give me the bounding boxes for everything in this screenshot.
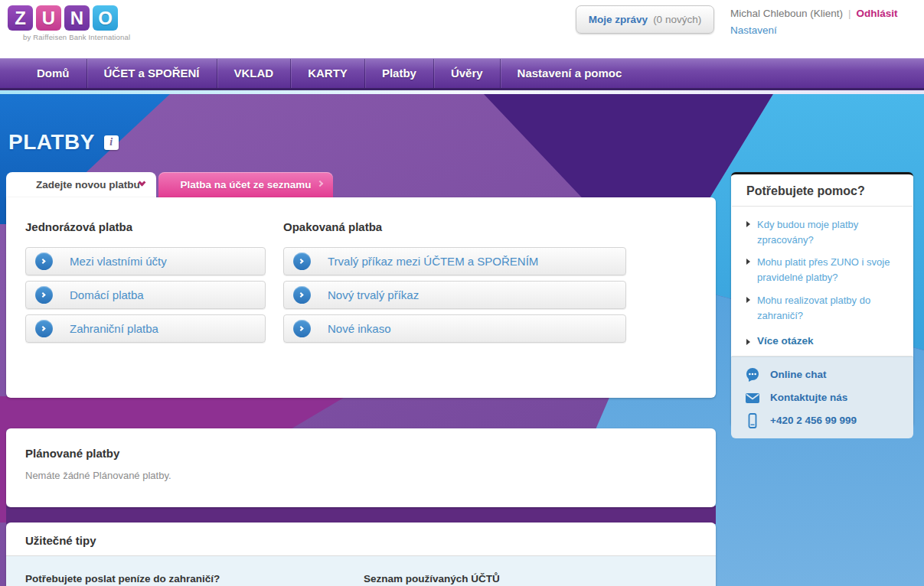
- tab-platba-na-ucet-ze-seznamu[interactable]: Platba na účet ze seznamu: [158, 172, 333, 197]
- button-label: Nové inkaso: [328, 322, 391, 335]
- arrow-circle-icon: [293, 320, 311, 337]
- nav-item-vklad[interactable]: VKLAD: [217, 59, 291, 88]
- header: Z U N O by Raiffeisen Bank International…: [0, 0, 924, 58]
- button-nove-inkaso[interactable]: Nové inkaso: [283, 314, 626, 343]
- page-title-text: PLATBY: [8, 130, 95, 155]
- button-domaci-platba[interactable]: Domácí platba: [25, 281, 266, 309]
- chevron-right-icon: [299, 292, 304, 298]
- zuno-logo[interactable]: Z U N O by Raiffeisen Bank International: [8, 5, 130, 41]
- help-links: Kdy budou moje platby zpracovány? Mohu p…: [731, 207, 913, 356]
- arrow-circle-icon: [35, 286, 53, 304]
- column-heading: Jednorázová platba: [25, 220, 266, 233]
- user-separator: |: [848, 8, 851, 19]
- button-mezi-vlastnimi-ucty[interactable]: Mezi vlastními účty: [25, 247, 266, 275]
- tab-zadejte-novou-platbu[interactable]: Zadejte novou platbu: [6, 172, 156, 197]
- planned-payments-empty-text: Nemáte žádné Plánované platby.: [25, 470, 697, 481]
- one-time-payment-column: Jednorázová platba Mezi vlastními účty D…: [25, 220, 266, 348]
- help-link-platby-do-zahranici[interactable]: Mohu realizovat platby do zahraničí?: [746, 293, 900, 324]
- chevron-right-icon: [299, 259, 304, 264]
- nav-item-ucet-a-sporeni[interactable]: ÚČET a SPOŘENÍ: [87, 59, 217, 88]
- page: Z U N O by Raiffeisen Bank International…: [0, 0, 924, 586]
- settings-link[interactable]: Nastavení: [730, 24, 777, 36]
- logo-tile-u: U: [36, 5, 61, 31]
- page-title: PLATBY i: [8, 130, 119, 155]
- contact-label: Kontaktujte nás: [770, 392, 847, 403]
- user-name: Michal Chleboun (Klient): [730, 8, 843, 19]
- messages-count: (0 nových): [653, 14, 701, 25]
- arrow-bullet-icon: [746, 259, 750, 265]
- online-chat-link[interactable]: Online chat: [745, 367, 900, 383]
- tips-panel: Užitečné tipy Potřebujete poslat peníze …: [6, 523, 716, 586]
- chevron-right-icon: [41, 326, 46, 331]
- recurring-payment-column: Opakovaná platba Trvalý příkaz mezi ÚČTE…: [283, 220, 626, 348]
- tips-heading: Užitečné tipy: [25, 534, 697, 547]
- button-label: Zahraniční platba: [70, 322, 158, 335]
- logo-tile-z: Z: [8, 5, 33, 31]
- help-sidebar: Potřebujete pomoc? Kdy budou moje platby…: [731, 172, 913, 427]
- button-novy-trvaly-prikaz[interactable]: Nový trvalý příkaz: [283, 281, 626, 309]
- nav-item-uvery[interactable]: Úvěry: [433, 59, 500, 88]
- nav-item-karty[interactable]: KARTY: [290, 59, 364, 88]
- help-link-kdy-budou-platby[interactable]: Kdy budou moje platby zpracovány?: [746, 217, 900, 248]
- logo-tile-n: N: [64, 5, 90, 31]
- chat-bubble-icon: [745, 367, 760, 383]
- user-area: Michal Chleboun (Klient) | Odhlásit Nast…: [730, 8, 898, 36]
- button-label: Nový trvalý příkaz: [328, 288, 419, 301]
- help-link-label: Mohu realizovat platby do zahraničí?: [757, 293, 900, 324]
- phone-number-link[interactable]: +420 2 456 99 999: [745, 413, 900, 428]
- arrow-circle-icon: [293, 286, 311, 304]
- tips-body: Potřebujete poslat peníze do zahraničí? …: [6, 556, 716, 586]
- planned-payments-heading: Plánované platby: [25, 447, 697, 460]
- messages-button[interactable]: Moje zprávy (0 nových): [576, 5, 714, 34]
- tip-link-zahranici[interactable]: Potřebujete poslat peníze do zahraničí?: [25, 573, 220, 584]
- planned-payments-panel: Plánované platby Nemáte žádné Plánované …: [6, 428, 716, 507]
- info-icon[interactable]: i: [104, 135, 119, 150]
- mobile-phone-icon: [745, 413, 760, 428]
- new-payment-panel: Jednorázová platba Mezi vlastními účty D…: [6, 197, 716, 398]
- button-trvaly-prikaz-ucet-sporeni[interactable]: Trvalý příkaz mezi ÚČTEM a SPOŘENÍM: [283, 247, 626, 275]
- help-more-link[interactable]: Více otázek: [746, 335, 900, 347]
- nav-item-domu[interactable]: Domů: [20, 59, 87, 88]
- logout-link[interactable]: Odhlásit: [857, 8, 898, 19]
- help-link-label: Mohu platit přes ZUNO i svoje pravidelné…: [757, 255, 900, 285]
- help-link-pravidelne-platby[interactable]: Mohu platit přes ZUNO i svoje pravidelné…: [746, 255, 900, 285]
- tip-link-seznam-uctu[interactable]: Seznam používaných ÚČTŮ: [364, 573, 500, 584]
- arrow-circle-icon: [35, 252, 53, 270]
- help-heading: Potřebujete pomoc?: [731, 174, 913, 206]
- main-nav: Domů ÚČET a SPOŘENÍ VKLAD KARTY Platby Ú…: [0, 58, 924, 90]
- button-label: Domácí platba: [70, 288, 144, 301]
- content-area: PLATBY i Zadejte novou platbu Platba na …: [0, 90, 924, 586]
- logo-tiles: Z U N O: [8, 5, 130, 31]
- arrow-bullet-icon: [746, 221, 750, 227]
- arrow-bullet-icon: [746, 297, 750, 303]
- arrow-circle-icon: [293, 252, 311, 270]
- logo-tile-o: O: [93, 5, 118, 31]
- messages-button-label: Moje zprávy: [589, 14, 648, 25]
- chevron-right-icon: [299, 326, 304, 331]
- logo-tagline: by Raiffeisen Bank International: [8, 33, 130, 41]
- chevron-right-icon: [317, 181, 323, 187]
- chevron-right-icon: [41, 259, 46, 264]
- nav-item-platby[interactable]: Platby: [364, 59, 433, 88]
- contact-label: Online chat: [770, 369, 827, 380]
- tab-label: Platba na účet ze seznamu: [180, 179, 311, 190]
- chevron-right-icon: [41, 292, 46, 298]
- contact-label: +420 2 456 99 999: [770, 415, 857, 426]
- button-label: Trvalý příkaz mezi ÚČTEM a SPOŘENÍM: [328, 255, 538, 268]
- help-contact-section: Online chat Kontaktujte nás +420 2 456 9…: [731, 356, 913, 438]
- help-more-label: Více otázek: [757, 335, 814, 347]
- nav-item-nastaveni-a-pomoc[interactable]: Nastavení a pomoc: [500, 59, 639, 88]
- button-zahranicni-platba[interactable]: Zahraniční platba: [25, 314, 266, 343]
- button-label: Mezi vlastními účty: [70, 255, 167, 268]
- column-heading: Opakovaná platba: [283, 220, 626, 233]
- arrow-bullet-icon: [746, 339, 750, 345]
- arrow-circle-icon: [35, 320, 53, 337]
- tab-label: Zadejte novou platbu: [36, 179, 140, 190]
- help-link-label: Kdy budou moje platby zpracovány?: [757, 217, 900, 248]
- envelope-icon: [745, 390, 760, 405]
- contact-us-link[interactable]: Kontaktujte nás: [745, 390, 900, 405]
